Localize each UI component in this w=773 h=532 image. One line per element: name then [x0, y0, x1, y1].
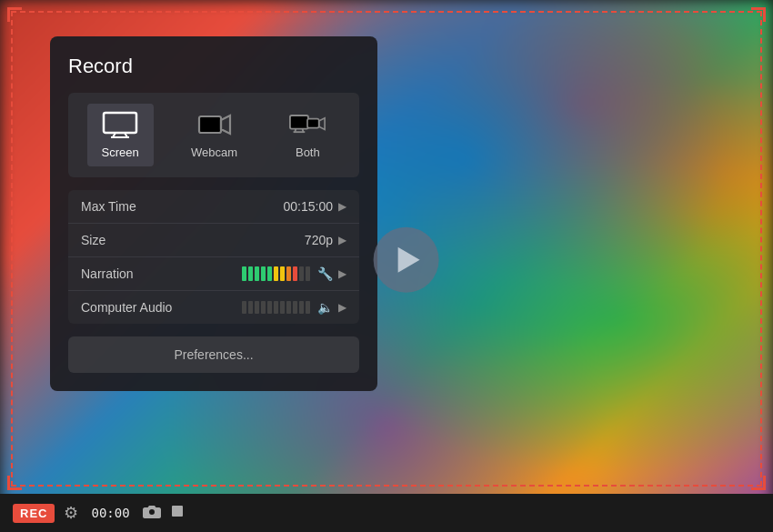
panel-title: Record [68, 55, 359, 78]
bar-5 [267, 266, 272, 281]
ab-11 [306, 301, 310, 314]
narration-level-bars [242, 266, 310, 281]
source-option-both[interactable]: Both [275, 104, 340, 166]
bar-10 [299, 266, 304, 281]
screen-label: Screen [102, 146, 139, 159]
ab-9 [293, 301, 297, 314]
max-time-arrow: ▶ [338, 200, 346, 213]
source-option-screen[interactable]: Screen [87, 104, 154, 166]
size-row[interactable]: Size 720p ▶ [68, 224, 359, 257]
ab-6 [274, 301, 278, 314]
ab-1 [242, 301, 246, 314]
computer-audio-row[interactable]: Computer Audio 🔈 ▶ [68, 291, 359, 324]
webcam-label: Webcam [191, 146, 237, 159]
ab-7 [280, 301, 285, 314]
bar-2 [248, 266, 253, 281]
preferences-button[interactable]: Preferences... [68, 336, 359, 373]
gear-button[interactable]: ⚙ [64, 503, 78, 523]
record-panel: Record Screen [50, 36, 377, 391]
play-triangle-icon [398, 246, 420, 272]
bar-6 [274, 266, 278, 281]
settings-section: Max Time 00:15:00 ▶ Size 720p ▶ Narratio… [68, 190, 359, 324]
narration-arrow: ▶ [338, 267, 346, 280]
svg-rect-6 [290, 115, 308, 129]
play-button[interactable] [374, 226, 439, 292]
webcam-icon [196, 111, 233, 138]
mic-icon: 🔧 [317, 266, 333, 281]
svg-marker-5 [221, 115, 230, 134]
computer-audio-arrow: ▶ [338, 301, 346, 314]
both-label: Both [296, 146, 320, 159]
max-time-label: Max Time [81, 199, 284, 214]
bar-3 [255, 266, 259, 281]
svg-rect-4 [199, 116, 221, 133]
ab-2 [248, 301, 253, 314]
bar-4 [261, 266, 266, 281]
ab-8 [286, 301, 291, 314]
bar-11 [306, 266, 310, 281]
size-arrow: ▶ [338, 234, 346, 246]
camera-button[interactable] [143, 504, 161, 522]
bottom-toolbar: REC ⚙ 00:00 [0, 494, 773, 532]
source-selector: Screen Webcam [68, 93, 359, 177]
svg-rect-12 [172, 506, 183, 517]
svg-rect-0 [104, 113, 136, 133]
bar-7 [280, 266, 285, 281]
bar-9 [293, 266, 297, 281]
ab-10 [299, 301, 304, 314]
both-icon [289, 111, 326, 138]
ab-5 [267, 301, 272, 314]
computer-audio-bars [242, 301, 310, 314]
ab-3 [255, 301, 259, 314]
size-value: 720p [305, 233, 333, 247]
speaker-icon: 🔈 [317, 300, 333, 315]
max-time-row[interactable]: Max Time 00:15:00 ▶ [68, 190, 359, 224]
main-container: Record Screen [0, 0, 773, 532]
bar-1 [242, 266, 246, 281]
narration-label: Narration [81, 266, 242, 281]
bar-8 [286, 266, 291, 281]
max-time-value: 00:15:00 [284, 199, 334, 214]
svg-marker-11 [319, 118, 325, 130]
svg-rect-10 [307, 119, 319, 128]
screen-icon [102, 111, 138, 138]
ab-4 [261, 301, 266, 314]
source-option-webcam[interactable]: Webcam [176, 104, 252, 166]
rec-badge: REC [13, 504, 55, 523]
size-label: Size [81, 233, 305, 247]
record-stop-button[interactable] [170, 504, 185, 522]
narration-row[interactable]: Narration 🔧 ▶ [68, 257, 359, 291]
time-display: 00:00 [91, 506, 129, 520]
computer-audio-label: Computer Audio [81, 300, 242, 315]
